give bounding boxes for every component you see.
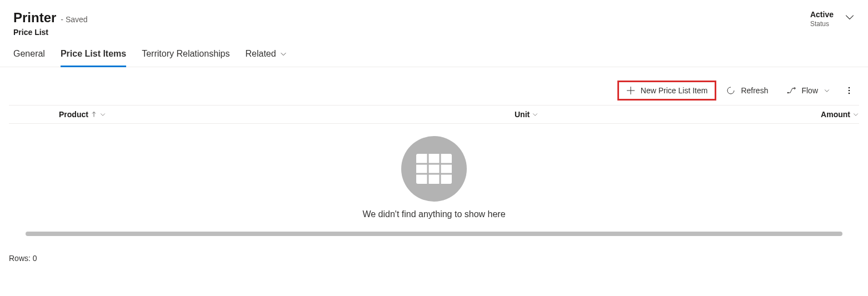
svg-point-0 <box>787 92 789 94</box>
tab-price-list-items[interactable]: Price List Items <box>61 42 126 67</box>
refresh-icon <box>726 86 735 95</box>
svg-point-2 <box>849 87 850 88</box>
more-vertical-icon <box>845 86 854 95</box>
record-title-row: Printer - Saved <box>13 10 88 26</box>
empty-state: We didn't find anything to show here <box>9 124 859 225</box>
flow-icon <box>787 86 796 95</box>
svg-point-4 <box>849 93 850 94</box>
flow-button[interactable]: Flow <box>780 83 837 98</box>
form-tabs: General Price List Items Territory Relat… <box>0 42 868 67</box>
plus-icon <box>626 86 635 95</box>
tab-label: Related <box>245 49 276 59</box>
sort-asc-icon <box>91 111 97 118</box>
column-label: Unit <box>515 110 530 119</box>
status-field[interactable]: Active Status <box>810 10 834 28</box>
new-price-list-item-button[interactable]: New Price List Item <box>620 83 715 98</box>
svg-rect-5 <box>416 154 452 184</box>
record-header: Printer - Saved Price List Active Status <box>0 0 868 42</box>
rows-number: 0 <box>33 254 37 263</box>
header-right: Active Status <box>810 10 855 28</box>
subgrid-container: New Price List Item Refresh Flow Product <box>0 67 868 240</box>
empty-grid-icon <box>401 136 467 202</box>
tab-territory-relationships[interactable]: Territory Relationships <box>142 42 230 67</box>
rows-prefix: Rows: <box>9 254 33 263</box>
more-commands-button[interactable] <box>842 83 856 98</box>
tab-label: General <box>13 49 45 59</box>
button-label: New Price List Item <box>641 86 708 95</box>
tab-label: Territory Relationships <box>142 49 230 59</box>
chevron-down-icon <box>532 111 538 118</box>
button-label: Refresh <box>741 86 768 95</box>
chevron-down-icon <box>845 12 855 22</box>
header-expand-chevron[interactable] <box>845 10 855 22</box>
status-label: Status <box>810 20 834 28</box>
column-unit[interactable]: Unit <box>515 110 792 119</box>
status-value: Active <box>810 10 834 19</box>
chevron-down-icon <box>280 50 287 58</box>
tab-label: Price List Items <box>61 49 126 59</box>
column-label: Product <box>59 110 88 119</box>
rows-count: Rows: 0 <box>0 240 868 267</box>
tab-general[interactable]: General <box>13 42 45 67</box>
saved-status: - Saved <box>61 15 87 24</box>
chevron-down-icon <box>824 87 830 94</box>
grid-header-row: Product Unit Amount <box>9 106 859 124</box>
button-label: Flow <box>801 86 818 95</box>
refresh-button[interactable]: Refresh <box>720 83 775 98</box>
tab-related[interactable]: Related <box>245 42 287 67</box>
column-product[interactable]: Product <box>59 110 515 119</box>
record-title: Printer <box>13 10 56 26</box>
column-amount[interactable]: Amount <box>792 110 859 119</box>
header-left: Printer - Saved Price List <box>13 10 88 37</box>
entity-name: Price List <box>13 28 88 37</box>
horizontal-scrollbar[interactable] <box>26 232 842 236</box>
column-label: Amount <box>821 110 850 119</box>
svg-point-3 <box>849 90 850 91</box>
chevron-down-icon <box>99 111 106 118</box>
subgrid-toolbar: New Price List Item Refresh Flow <box>9 81 859 106</box>
empty-message: We didn't find anything to show here <box>362 209 505 219</box>
chevron-down-icon <box>852 111 859 118</box>
